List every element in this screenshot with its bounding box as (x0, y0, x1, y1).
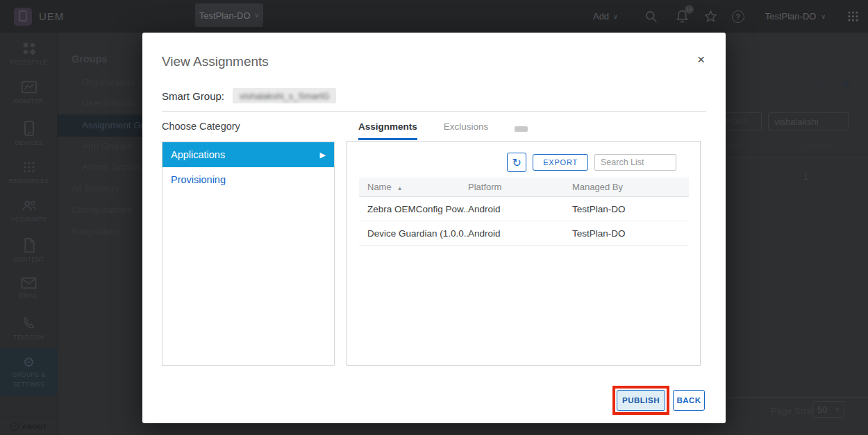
envelope-icon (21, 277, 37, 289)
chevron-down-icon: ∨ (613, 13, 618, 20)
phone-handset-icon (22, 316, 37, 331)
monitor-icon (21, 80, 37, 95)
nav-item-admin-groups[interactable]: Admin Groups (82, 162, 142, 172)
category-item-provisioning[interactable]: Provisioning (162, 167, 334, 192)
view-assignments-modal: View Assignments × Smart Group: vishalak… (142, 33, 726, 423)
sidebar-item-label: GROUPS & (12, 371, 45, 379)
uem-logo (14, 8, 32, 26)
cell-platform: Android (468, 204, 572, 214)
sidebar-item-label: SETTINGS (13, 381, 45, 389)
nav-item-all-settings[interactable]: All Settings (72, 183, 119, 194)
sidebar-item-freestyle[interactable]: FREESTYLE (0, 41, 58, 67)
nav-item-user-groups[interactable]: User Groups (82, 98, 135, 108)
sidebar-item-content[interactable]: CONTENT (0, 237, 58, 264)
sidebar-item-label: EMAIL (19, 292, 39, 300)
account-menu[interactable]: TestPlan-DO ∨ (765, 11, 826, 22)
cell-managed-by: TestPlan-DO (572, 228, 689, 239)
back-button[interactable]: BACK (673, 390, 705, 411)
background-search-input[interactable] (768, 112, 849, 130)
uem-logo-text: UEM (39, 10, 64, 22)
sidebar-item-accounts[interactable]: ACCOUNTS (0, 198, 58, 223)
column-header-platform[interactable]: Platform (468, 182, 572, 192)
cell-name: Device Guardian (1.0.0... (359, 228, 468, 239)
column-header-managed-by[interactable]: Managed By (572, 182, 689, 192)
tab-exclusions[interactable]: Exclusions (444, 121, 489, 140)
star-icon[interactable]: ★ (840, 76, 852, 92)
tab-assignments[interactable]: Assignments (358, 121, 417, 140)
sidebar-item-label: FREESTYLE (10, 59, 47, 67)
page-size-value: 50 (817, 404, 827, 415)
grid-dots-icon (22, 160, 37, 175)
sidebar-item-about[interactable]: i ABOUT (0, 417, 58, 435)
uem-logo-glyph (19, 10, 27, 22)
export-button[interactable]: EXPORT (533, 154, 588, 171)
groups-nav-title: Groups (72, 53, 108, 65)
smart-group-value-redacted: vishalakshi_s_SmartG (233, 88, 336, 103)
refresh-icon: ↻ (512, 156, 521, 169)
notification-badge: 19 (685, 5, 694, 14)
publish-button[interactable]: PUBLISH (617, 390, 665, 411)
assignments-table: Name▲ Platform Managed By Zebra OEMConfi… (359, 178, 689, 246)
help-icon[interactable]: ? (732, 10, 744, 23)
nav-item-configurations[interactable]: Configurations (72, 205, 132, 215)
nav-item-integrations[interactable]: Integrations (72, 226, 121, 237)
category-label: Provisioning (171, 174, 226, 185)
assignment-tabs: Assignments Exclusions (358, 121, 528, 140)
divider (162, 111, 706, 112)
freestyle-icon (22, 41, 37, 56)
people-icon (21, 198, 37, 213)
sidebar-item-resources[interactable]: RESOURCES (0, 160, 58, 185)
add-menu-label: Add (593, 11, 609, 22)
sidebar-item-devices[interactable]: DEVICES (0, 120, 58, 147)
search-icon[interactable] (644, 10, 658, 24)
chevron-down-icon: ∨ (821, 13, 826, 20)
sidebar-item-email[interactable]: EMAIL (0, 277, 58, 300)
cell-platform: Android (468, 228, 572, 239)
sidebar-item-label: MONITOR (14, 98, 44, 105)
assignments-panel: ↻ EXPORT Name▲ Platform Managed By Zebra… (347, 141, 701, 366)
sidebar-item-telecom[interactable]: TELECOM (0, 316, 58, 341)
sidebar-item-label: DEVICES (15, 139, 42, 147)
cell-name: Zebra OEMConfig Pow... (359, 204, 468, 214)
category-item-applications[interactable]: Applications ▶ (162, 142, 334, 167)
og-selector-label: TestPlan-DO (199, 10, 251, 21)
gear-icon: ⚙ (23, 355, 35, 369)
chevron-down-icon: ∨ (255, 12, 260, 19)
category-label: Applications (171, 149, 225, 160)
category-list: Applications ▶ Provisioning (162, 142, 335, 366)
sidebar-item-groups-settings[interactable]: ⚙ GROUPS & SETTINGS (0, 348, 58, 395)
modal-title: View Assignments (162, 54, 269, 69)
organization-group-selector[interactable]: TestPlan-DO ∨ (195, 3, 263, 27)
favorites-star-icon[interactable] (703, 9, 718, 24)
table-row[interactable]: Device Guardian (1.0.0... Android TestPl… (359, 221, 689, 246)
account-menu-label: TestPlan-DO (765, 11, 817, 22)
chevron-down-icon: ∨ (835, 406, 840, 413)
home-icon[interactable]: ⌂ (818, 76, 826, 91)
choose-category-label: Choose Category (162, 121, 240, 132)
page-size-select[interactable]: 50 ∨ (812, 401, 844, 418)
column-header-name[interactable]: Name▲ (359, 182, 468, 192)
top-bar: UEM TestPlan-DO ∨ Add ∨ 19 ? TestPlan-DO… (0, 0, 868, 33)
search-list-input[interactable] (594, 154, 676, 171)
table-row[interactable]: Zebra OEMConfig Pow... Android TestPlan-… (359, 197, 689, 221)
sidebar-item-label: TELECOM (14, 334, 44, 341)
arrow-right-icon: ▶ (320, 151, 326, 160)
add-menu[interactable]: Add ∨ (593, 11, 618, 22)
redacted-badge (515, 126, 528, 132)
refresh-button[interactable]: ↻ (507, 153, 526, 172)
sidebar-item-label: RESOURCES (9, 178, 49, 185)
info-icon: i (10, 423, 19, 431)
sidebar-item-label: ACCOUNTS (11, 216, 47, 223)
sidebar-item-monitor[interactable]: MONITOR (0, 80, 58, 105)
smart-group-label: Smart Group: (162, 90, 224, 102)
sidebar-item-label: CONTENT (14, 256, 44, 264)
notifications-bell-icon[interactable]: 19 (675, 9, 690, 24)
background-device-count: 1 (803, 171, 808, 182)
background-col-devices: Devices (800, 141, 833, 151)
phone-icon (22, 120, 36, 137)
document-icon (22, 237, 36, 253)
close-icon[interactable]: × (697, 52, 705, 67)
nav-item-app-groups[interactable]: App Groups (82, 141, 132, 151)
app-grid-icon[interactable] (846, 10, 860, 23)
sort-asc-icon: ▲ (397, 185, 403, 191)
